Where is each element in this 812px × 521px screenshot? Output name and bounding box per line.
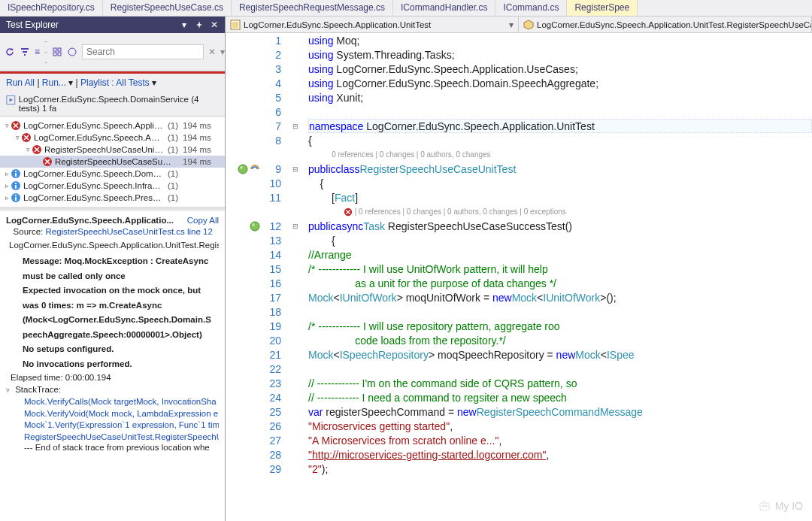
tab[interactable]: RegisterSpeechUseCase.cs <box>103 0 232 16</box>
code-line[interactable]: public async Task RegisterSpeechUseCaseS… <box>308 219 812 233</box>
svg-point-26 <box>240 166 243 169</box>
expander-icon[interactable]: ▿ <box>14 134 21 141</box>
expander-icon[interactable]: ▹ <box>3 182 11 189</box>
tab[interactable]: RegisterSpee <box>567 0 638 16</box>
group-icon[interactable] <box>67 45 77 59</box>
svg-rect-30 <box>760 503 769 510</box>
tree-row[interactable]: ▹LogCorner.EduSync.Speech.Domain.UnitT..… <box>0 168 225 180</box>
code-line[interactable]: // ------------ I need a command to regs… <box>308 390 812 404</box>
tree-row[interactable]: ▹LogCorner.EduSync.Speech.Infrastructure… <box>0 180 225 192</box>
tree-row[interactable]: ▿LogCorner.EduSync.Speech.Appl...(1)194 … <box>0 132 225 144</box>
code-line[interactable]: using System.Threading.Tasks; <box>308 47 812 62</box>
code-line[interactable]: using Xunit; <box>308 90 812 105</box>
code-line[interactable]: Mock<ISpeechRepository> moqSpeechReposit… <box>308 347 812 362</box>
panel-title-text: Test Explorer <box>6 20 59 30</box>
info-icon <box>11 192 21 203</box>
elapsed-time: Elapsed time: 0:00:00.194 <box>11 373 219 382</box>
chevron-down-icon[interactable]: ▿ <box>6 386 10 394</box>
class-icon <box>523 20 534 30</box>
code-line[interactable]: as a unit for the purpose of data change… <box>308 276 812 290</box>
expander-icon[interactable]: ▹ <box>3 170 11 177</box>
panel-title: Test Explorer ▾ ✕ <box>0 17 225 33</box>
close-icon[interactable]: ✕ <box>210 20 219 29</box>
dropdown-icon[interactable]: ▾ <box>180 20 189 29</box>
code-line[interactable]: public class RegisterSpeechUseCaseUnitTe… <box>308 162 812 176</box>
refresh-icon[interactable] <box>5 45 15 59</box>
code-line[interactable]: namespace LogCorner.EduSync.Speech.Appli… <box>308 119 812 133</box>
tree-row[interactable]: ▿LogCorner.EduSync.Speech.Applica...(1)1… <box>0 120 225 132</box>
code-line[interactable]: using LogCorner.EduSync.Speech.Domain.Sp… <box>308 76 812 90</box>
list-icon[interactable]: ≡ <box>35 45 40 59</box>
code-line[interactable]: code loads from the repository.*/ <box>308 333 812 347</box>
detail-source: Source: RegisterSpeechUseCaseUnitTest.cs… <box>6 227 219 236</box>
playlist-link[interactable]: Playlist : All Tests <box>80 77 150 88</box>
expander-icon[interactable]: ▹ <box>3 194 11 201</box>
code-line[interactable] <box>308 105 812 119</box>
detail-fail-line: LogCorner.EduSync.Speech.Application.Uni… <box>6 241 219 251</box>
code-line[interactable]: [Fact] <box>308 190 812 204</box>
tree-row[interactable]: ▿RegisterSpeechUseCaseUnitT...(1)194 ms <box>0 144 225 156</box>
tree-label: RegisterSpeechUseCaseUnitT... <box>44 145 163 154</box>
run-status: LogCorner.EduSync.Speech.DomainService (… <box>0 92 225 117</box>
code-line[interactable]: // ------------ I'm on the command side … <box>308 376 812 390</box>
svg-rect-24 <box>232 22 238 28</box>
tree-row[interactable]: RegisterSpeechUseCaseSuccess...194 ms <box>0 156 225 168</box>
code-line[interactable] <box>308 304 812 319</box>
code-line[interactable]: { <box>308 133 812 147</box>
code-line[interactable]: using Moq; <box>308 33 812 47</box>
code-line[interactable]: var registerSpeechCommand = new Register… <box>308 404 812 419</box>
expander-icon[interactable]: ▿ <box>24 146 32 153</box>
trace-line[interactable]: Mock`1.Verify(Expression`1 expression, F… <box>24 420 219 432</box>
chevron-down-icon[interactable]: ▾ <box>509 20 514 30</box>
tree-row[interactable]: ▹LogCorner.EduSync.Speech.Presentation.I… <box>0 192 225 204</box>
search-input[interactable] <box>82 44 204 59</box>
code-line[interactable]: "Microservices getting started", <box>308 419 812 433</box>
run-link[interactable]: Run... <box>42 77 66 88</box>
pin-icon[interactable] <box>195 20 204 29</box>
svg-point-32 <box>765 505 767 507</box>
svg-rect-21 <box>15 197 17 201</box>
info-icon <box>11 180 21 191</box>
filter-icon[interactable] <box>20 45 30 59</box>
run-all-link[interactable]: Run All <box>6 77 35 88</box>
source-link[interactable]: RegisterSpeechUseCaseUnitTest.cs line 12 <box>45 227 212 236</box>
trace-line[interactable]: Mock.VerifyCalls(Mock targetMock, Invoca… <box>24 396 219 408</box>
document-tabs: ISpeechRepository.csRegisterSpeechUseCas… <box>0 0 812 17</box>
search-clear-icon[interactable]: ✕ <box>208 45 216 59</box>
nav-namespace[interactable]: LogCorner.EduSync.Speech.Application.Uni… <box>226 17 519 32</box>
tab[interactable]: ICommand.cs <box>495 0 567 16</box>
tab[interactable]: ICommandHandler.cs <box>393 0 495 16</box>
test-detail: LogCorner.EduSync.Speech.Applicatio... C… <box>0 211 225 521</box>
code-line[interactable]: Mock<IUnitOfWork> moqUnitOfWork = new Mo… <box>308 290 812 304</box>
info-icon <box>11 168 21 179</box>
tab[interactable]: ISpeechRepository.cs <box>0 0 103 16</box>
code-line[interactable]: using LogCorner.EduSync.Speech.Applicati… <box>308 62 812 76</box>
code-line[interactable] <box>308 362 812 376</box>
svg-rect-3 <box>53 48 56 51</box>
trace-line[interactable]: Mock.VerifyVoid(Mock mock, LambdaExpress… <box>24 408 219 420</box>
expander-icon[interactable]: ▿ <box>3 122 11 129</box>
code-hint[interactable]: 0 references | 0 changes | 0 authors, 0 … <box>308 147 812 162</box>
code-line[interactable]: /* ------------ I will use repository pa… <box>308 319 812 333</box>
code-line[interactable]: //Arrange <box>308 247 812 262</box>
code-area[interactable]: 1234567⊟89⊟101112⊟1314151617181920212223… <box>226 33 812 521</box>
code-hint[interactable]: | 0 references | 0 changes | 0 authors, … <box>308 204 812 219</box>
code-line[interactable]: { <box>308 233 812 247</box>
trace-line[interactable]: RegisterSpeechUseCaseUnitTest.RegisterSp… <box>24 432 219 444</box>
stacktrace-head[interactable]: ▿ StackTrace: <box>6 385 219 394</box>
message-line: must be called only once <box>23 271 219 283</box>
code-line[interactable]: "2"); <box>308 462 812 476</box>
svg-rect-2 <box>24 54 26 56</box>
test-explorer-toolbar: ≡ --- ✕ ▾ <box>0 33 225 71</box>
code-line[interactable]: { <box>308 176 812 190</box>
code-line[interactable]: "A Microservices from scratch online e..… <box>308 433 812 447</box>
nav-class[interactable]: LogCorner.EduSync.Speech.Application.Uni… <box>519 17 812 32</box>
fail-icon <box>32 144 42 155</box>
search-dropdown-icon[interactable]: ▾ <box>220 45 225 59</box>
detail-title: LogCorner.EduSync.Speech.Applicatio... <box>6 216 174 225</box>
tab[interactable]: RegisterSpeechRequestMessage.cs <box>232 0 393 16</box>
copy-all-link[interactable]: Copy All <box>187 216 219 225</box>
code-line[interactable]: "http://microservices-getting-started.lo… <box>308 447 812 462</box>
settings-icon[interactable] <box>52 45 62 59</box>
code-line[interactable]: /* ------------ I will use UnitOfWork pa… <box>308 262 812 276</box>
